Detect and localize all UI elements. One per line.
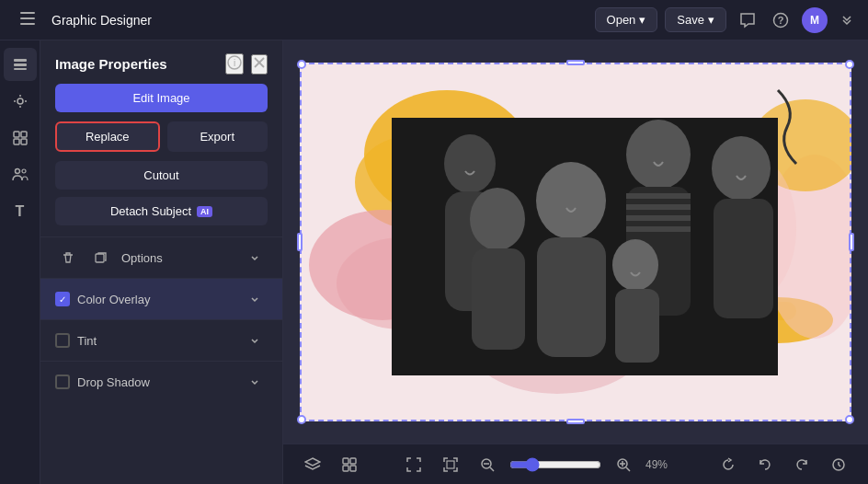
cutout-button[interactable]: Cutout — [55, 161, 268, 190]
save-chevron-icon: ▾ — [708, 13, 714, 27]
topbar-right: ? M — [736, 7, 857, 33]
panel-title: Image Properties — [55, 56, 218, 72]
svg-rect-51 — [472, 248, 525, 350]
svg-rect-2 — [20, 23, 35, 25]
svg-point-46 — [712, 136, 771, 201]
tool-layers-button[interactable] — [4, 48, 37, 81]
app-title: Graphic Designer — [51, 13, 152, 28]
tint-checkbox[interactable] — [55, 333, 70, 348]
fullscreen-button[interactable] — [399, 450, 428, 479]
undo-button[interactable] — [750, 450, 780, 479]
color-overlay-label: Color Overlay — [77, 293, 234, 306]
grid-view-button[interactable] — [335, 450, 364, 479]
options-row: Options — [40, 236, 282, 278]
history-button[interactable] — [824, 450, 853, 479]
svg-rect-6 — [14, 63, 27, 66]
detach-subject-button[interactable]: Detach Subject AI — [55, 197, 268, 225]
options-chevron-button[interactable] — [242, 245, 268, 271]
open-chevron-icon: ▾ — [639, 13, 645, 27]
color-overlay-chevron[interactable] — [242, 286, 268, 312]
svg-rect-57 — [350, 466, 356, 471]
svg-point-17 — [15, 169, 19, 174]
panel-close-button[interactable] — [251, 54, 268, 75]
color-overlay-checkbox[interactable] — [55, 292, 70, 306]
svg-point-48 — [536, 162, 606, 239]
drop-shadow-chevron[interactable] — [242, 369, 268, 395]
zoom-slider[interactable] — [509, 457, 601, 472]
svg-point-50 — [470, 188, 525, 250]
topbar-more-button[interactable] — [837, 10, 857, 30]
design-canvas[interactable] — [300, 63, 851, 421]
svg-rect-54 — [343, 458, 348, 464]
tool-elements-button[interactable] — [4, 121, 37, 155]
save-button[interactable]: Save ▾ — [665, 7, 726, 32]
drop-shadow-checkbox[interactable] — [55, 375, 70, 389]
chat-button[interactable] — [736, 8, 760, 32]
color-overlay-row[interactable]: Color Overlay — [40, 278, 282, 319]
hamburger-icon — [20, 12, 35, 29]
svg-point-8 — [17, 98, 23, 104]
fit-to-screen-button[interactable] — [436, 450, 465, 479]
delete-button[interactable] — [55, 245, 81, 271]
ai-badge: AI — [197, 206, 212, 217]
tool-text-button[interactable]: T — [4, 195, 37, 228]
svg-rect-23 — [96, 254, 104, 262]
topbar-center: Open ▾ Save ▾ — [595, 7, 726, 32]
canvas-content — [283, 40, 868, 444]
bottom-toolbar: 49% — [283, 444, 868, 484]
bottom-left — [298, 450, 364, 479]
drop-shadow-row[interactable]: Drop Shadow — [40, 361, 282, 402]
svg-rect-15 — [14, 139, 19, 144]
edit-image-section: Edit Image — [55, 84, 268, 112]
svg-point-52 — [612, 239, 658, 291]
avatar[interactable]: M — [802, 7, 828, 33]
open-button[interactable]: Open ▾ — [595, 7, 658, 32]
properties-panel: Image Properties i Edit Image Replace Ex… — [40, 40, 283, 484]
hamburger-menu-button[interactable] — [11, 4, 44, 37]
text-tool-icon: T — [16, 203, 25, 220]
left-toolbar: T — [0, 40, 40, 484]
svg-point-40 — [626, 120, 691, 190]
svg-text:i: i — [234, 58, 235, 68]
options-label: Options — [121, 251, 234, 265]
svg-rect-0 — [20, 12, 35, 14]
tint-row[interactable]: Tint — [40, 319, 282, 361]
edit-image-button[interactable]: Edit Image — [55, 84, 268, 112]
rotate-button[interactable] — [714, 450, 743, 479]
svg-rect-14 — [21, 132, 27, 137]
help-button[interactable]: ? — [769, 8, 793, 32]
svg-line-63 — [626, 467, 630, 471]
svg-rect-13 — [14, 132, 19, 137]
tint-chevron[interactable] — [242, 328, 268, 353]
svg-rect-47 — [714, 199, 773, 318]
canvas-area[interactable]: 49% — [283, 40, 868, 484]
svg-point-18 — [22, 169, 26, 173]
svg-rect-16 — [21, 139, 27, 144]
zoom-out-button[interactable] — [473, 450, 502, 479]
svg-rect-55 — [350, 458, 356, 464]
topbar-left: Graphic Designer — [11, 4, 586, 37]
zoom-value: 49% — [645, 458, 679, 471]
replace-export-row: Replace Export — [40, 121, 282, 161]
redo-button[interactable] — [787, 450, 817, 479]
svg-rect-56 — [343, 466, 348, 471]
export-button[interactable]: Export — [167, 121, 268, 152]
svg-rect-7 — [14, 68, 27, 70]
svg-line-60 — [490, 467, 494, 471]
zoom-in-button[interactable] — [609, 450, 638, 479]
panel-header: Image Properties i — [40, 40, 282, 84]
layers-panel-button[interactable] — [298, 450, 327, 479]
duplicate-button[interactable] — [88, 245, 114, 271]
panel-info-button[interactable]: i — [225, 53, 244, 75]
drop-shadow-label: Drop Shadow — [77, 375, 234, 389]
svg-point-38 — [444, 134, 496, 193]
main: T Image Properties i Edit Image — [0, 40, 868, 484]
svg-rect-58 — [447, 461, 454, 468]
replace-button[interactable]: Replace — [55, 121, 160, 152]
svg-rect-49 — [537, 237, 606, 357]
svg-rect-53 — [615, 289, 659, 363]
topbar: Graphic Designer Open ▾ Save ▾ ? M — [0, 0, 868, 40]
tool-effects-button[interactable] — [4, 85, 37, 118]
svg-text:?: ? — [778, 15, 784, 26]
tool-people-button[interactable] — [4, 158, 37, 191]
